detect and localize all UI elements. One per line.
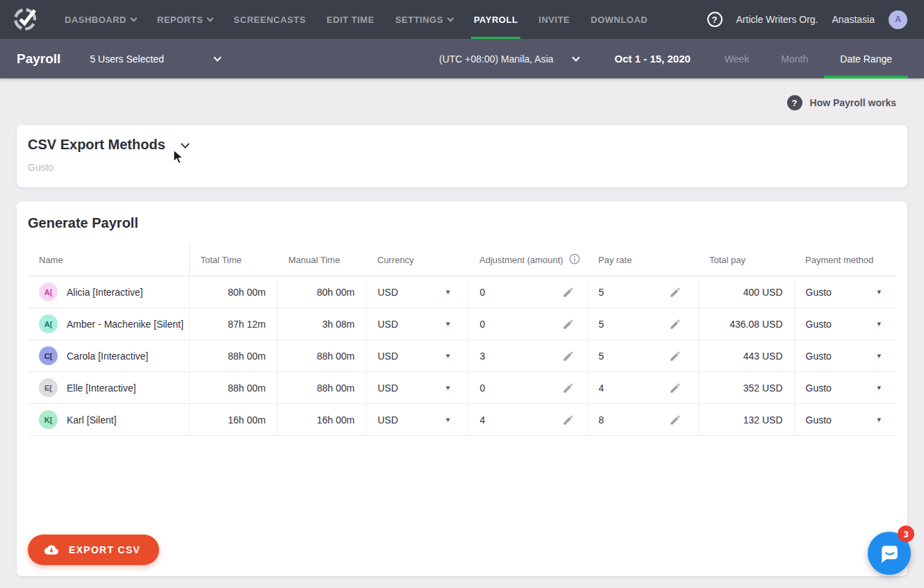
payment-method-value: Gusto [806,383,832,394]
nav-label: SETTINGS [395,15,443,25]
nav-payroll[interactable]: PAYROLL [463,0,528,39]
col-name: Name [28,244,189,276]
table-header-row: Name Total Time Manual Time Currency Adj… [28,244,896,276]
adjustment-value: 0 [480,383,486,394]
app-logo[interactable] [13,0,39,39]
table-row: A[ Amber - Machenike [Silent] 87h 12m 3h… [28,308,896,340]
pencil-icon [669,286,682,299]
page-title: Payroll [17,39,60,78]
user-avatar-menu[interactable]: A [889,10,907,29]
edit-adjustment-button[interactable] [562,414,575,426]
col-adjustment: Adjustment (amount) [468,244,587,276]
timedoctor-logo-icon [13,4,39,35]
payroll-table: Name Total Time Manual Time Currency Adj… [28,244,896,436]
period-tabs: Week Month Date Range [709,39,908,78]
users-selected-label: 5 Users Selected [90,53,164,65]
adjustment-value: 4 [480,414,486,426]
nav-invite[interactable]: INVITE [528,0,580,39]
currency-select[interactable]: USD ▾ [378,351,450,362]
nav-settings[interactable]: SETTINGS [385,0,463,39]
table-row: K[ Karl [Silent] 16h 00m 16h 00m USD ▾ 4 [28,404,896,436]
nav-label: REPORTS [157,15,203,25]
edit-adjustment-button[interactable] [562,318,575,330]
adjustment-value: 3 [480,351,486,362]
tab-date-range[interactable]: Date Range [824,39,908,78]
nav-edit-time[interactable]: EDIT TIME [316,0,385,39]
user-avatar: E[ [39,378,58,397]
edit-pay-rate-button[interactable] [669,414,682,426]
chat-widget-button[interactable]: 3 [868,532,911,575]
pay-rate-value: 8 [599,414,604,426]
chevron-down-icon [214,53,222,61]
pencil-icon [562,350,575,362]
generate-payroll-card: Generate Payroll Name Total Time Manual … [17,201,907,576]
tab-month[interactable]: Month [765,39,824,78]
manual-time-value: 3h 08m [277,308,366,340]
col-manual-time: Manual Time [277,244,366,276]
currency-select[interactable]: USD ▾ [378,414,450,426]
total-time-value: 87h 12m [189,308,277,340]
cloud-download-icon [43,543,60,557]
caret-down-icon: ▾ [877,320,881,328]
adjustment-value: 0 [480,287,486,298]
payment-method-select[interactable]: Gusto ▾ [806,287,886,298]
edit-adjustment-button[interactable] [562,382,575,394]
edit-pay-rate-button[interactable] [669,286,682,299]
timezone-label: (UTC +08:00) Manila, Asia [439,53,554,65]
edit-pay-rate-button[interactable] [669,382,682,394]
total-time-value: 16h 00m [189,404,277,436]
tab-week[interactable]: Week [709,39,766,78]
currency-select[interactable]: USD ▾ [378,287,450,298]
csv-export-methods-dropdown[interactable]: CSV Export Methods [28,137,896,153]
table-row: A[ Alicia [Interactive] 80h 00m 80h 00m … [28,276,896,308]
pencil-icon [669,318,682,330]
payment-method-select[interactable]: Gusto ▾ [806,351,886,362]
edit-pay-rate-button[interactable] [669,318,682,330]
current-user-name[interactable]: Anastasia [832,14,875,25]
total-time-value: 88h 00m [189,372,277,404]
user-name-label: Carola [Interactive] [67,351,149,362]
pencil-icon [669,382,682,394]
how-payroll-works-label: How Payroll works [810,97,896,108]
export-csv-button[interactable]: EXPORT CSV [28,535,159,565]
main-content: ? How Payroll works CSV Export Methods G… [0,78,924,576]
edit-adjustment-button[interactable] [562,350,575,362]
caret-down-icon: ▾ [446,384,450,392]
payment-method-select[interactable]: Gusto ▾ [806,414,886,426]
nav-screencasts[interactable]: SCREENCASTS [223,0,316,39]
currency-value: USD [378,287,399,298]
total-pay-value: 436.08 USD [698,308,794,340]
date-range-label[interactable]: Oct 1 - 15, 2020 [615,39,691,78]
info-icon[interactable] [569,253,580,267]
currency-select[interactable]: USD ▾ [378,319,450,330]
pay-rate-value: 5 [599,351,604,362]
timezone-dropdown[interactable]: (UTC +08:00) Manila, Asia [439,39,579,78]
how-payroll-works-link[interactable]: ? How Payroll works [17,78,907,110]
col-pay-rate: Pay rate [587,244,698,276]
payment-method-select[interactable]: Gusto ▾ [806,383,886,394]
nav-download[interactable]: DOWNLOAD [580,0,658,39]
users-selected-dropdown[interactable]: 5 Users Selected [90,39,220,78]
top-navigation: DASHBOARD REPORTS SCREENCASTS EDIT TIME … [0,0,924,39]
organization-name[interactable]: Article Writers Org. [736,14,818,25]
pencil-icon [562,414,575,426]
manual-time-value: 88h 00m [277,372,366,404]
col-adjustment-label: Adjustment (amount) [479,255,563,265]
caret-down-icon: ▾ [877,352,881,360]
payment-method-select[interactable]: Gusto ▾ [806,319,886,330]
payment-method-value: Gusto [806,287,832,298]
nav-dashboard[interactable]: DASHBOARD [54,0,147,39]
manual-time-value: 88h 00m [277,340,366,372]
nav-reports[interactable]: REPORTS [147,0,223,39]
pay-rate-value: 5 [599,287,604,298]
topnav-right-cluster: ? Article Writers Org. Anastasia A [707,0,907,39]
csv-export-methods-card: CSV Export Methods Gusto [17,125,907,187]
nav-label: PAYROLL [474,15,518,25]
edit-adjustment-button[interactable] [562,286,575,299]
edit-pay-rate-button[interactable] [669,350,682,362]
manual-time-value: 16h 00m [277,404,366,436]
help-icon[interactable]: ? [707,12,723,27]
currency-value: USD [378,351,399,362]
total-time-value: 80h 00m [189,276,277,308]
currency-select[interactable]: USD ▾ [378,383,450,394]
